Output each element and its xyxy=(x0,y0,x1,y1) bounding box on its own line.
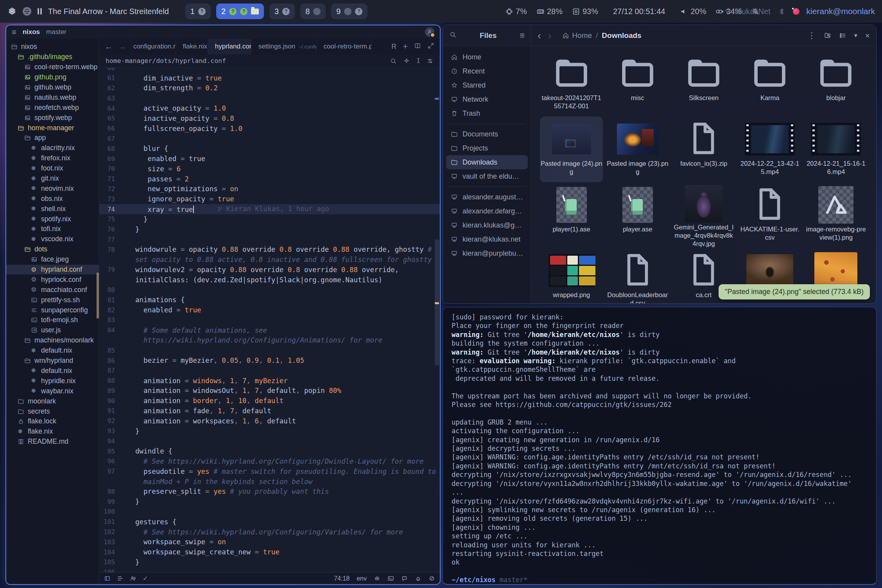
file-item-favicon-io-3-zip[interactable]: favicon_io(3).zip xyxy=(672,117,735,182)
file-item-pasted-image-23-png[interactable]: Pasted image (23).png xyxy=(606,117,669,182)
zoom-pane-icon[interactable] xyxy=(427,42,434,51)
tree-item-neofetch-webp[interactable]: neofetch.webp xyxy=(6,102,99,113)
hamburger-menu-icon[interactable]: ≡ xyxy=(520,30,525,41)
file-item-wrapped-png[interactable]: wrapped.png xyxy=(540,248,603,303)
workspace-button-9[interactable]: 9 xyxy=(331,4,368,19)
file-item-gemini-generated-image-4rqv8k4rqv8k4rqv-jpg[interactable]: Gemini_Generated_Image_4rqv8k4rqv8k4rqv.… xyxy=(672,182,735,248)
tree-item-readme-md[interactable]: README.md xyxy=(6,437,99,447)
tree-item-tofi-emoji-sh[interactable]: tofi-emoji.sh xyxy=(6,315,99,325)
workspace-button-3[interactable]: 3 xyxy=(269,4,295,19)
file-item-takeout-20241207t155714z-001[interactable]: takeout-20241207T155714Z-001 xyxy=(540,51,603,117)
file-item-silkscreen[interactable]: Silkscreen xyxy=(672,51,735,117)
terminal-window[interactable]: [sudo] password for kierank:Place your f… xyxy=(443,307,877,585)
tree-item-cool-retro-term-webp[interactable]: cool-retro-term.webp xyxy=(6,62,99,72)
forward-icon[interactable]: → xyxy=(118,42,126,51)
tree-item-hyprland-conf[interactable]: ⚙hyprland.conf xyxy=(6,265,99,275)
sidebar-item-downloads[interactable]: Downloads xyxy=(446,155,528,169)
breadcrumb-home[interactable]: Home xyxy=(562,31,592,40)
cursor-position[interactable]: 74:18 xyxy=(334,575,350,582)
tree-item-alacritty-nix[interactable]: ❅alacritty.nix xyxy=(6,143,99,153)
new-tab-button[interactable]: + xyxy=(403,41,408,52)
menu-icon[interactable]: ≡ xyxy=(12,28,16,37)
zed-titlebar[interactable]: ≡ nixos master xyxy=(6,25,440,39)
tree-item-neovim-nix[interactable]: ❅neovim.nix xyxy=(6,183,99,194)
tree-item--github-images[interactable]: .github/images xyxy=(6,52,99,62)
sidebar-item-documents[interactable]: Documents xyxy=(446,127,528,141)
tree-item-git-nix[interactable]: ❅git.nix xyxy=(6,174,99,184)
file-item-hackatime-1-user-csv[interactable]: HACKATIME-1-user.csv xyxy=(739,182,801,248)
new-tab-icon[interactable] xyxy=(824,32,831,39)
view-list-icon[interactable] xyxy=(839,32,846,39)
pause-icon[interactable] xyxy=(38,8,42,14)
close-icon[interactable]: × xyxy=(865,31,870,40)
workspace-button-2[interactable]: 2 xyxy=(216,4,264,19)
repl-button[interactable]: R xyxy=(391,43,396,51)
filter-icon[interactable] xyxy=(427,57,434,65)
media-title[interactable]: The Final Arrow - Marc Streitenfeld xyxy=(48,7,169,16)
tree-item-dots[interactable]: dots xyxy=(6,244,99,255)
sidebar-item-projects[interactable]: Projects xyxy=(446,141,528,155)
caret-down-icon[interactable]: ▾ xyxy=(854,32,857,39)
volume-indicator[interactable]: 20% xyxy=(680,7,706,16)
search-icon[interactable] xyxy=(390,57,397,65)
file-item-image-removebg-preview-1-png[interactable]: image-removebg-preview(1).png xyxy=(805,182,868,248)
tab-settings-json[interactable]: settings.json~/.config/zed xyxy=(251,39,317,54)
tree-item-shell-nix[interactable]: ❅shell.nix xyxy=(6,204,99,214)
tree-item-prettify-ss-sh[interactable]: prettify-ss.sh xyxy=(6,295,99,305)
tree-item-foot-nix[interactable]: ❅foot.nix xyxy=(6,163,99,174)
tree-item-default-nix[interactable]: ❅default.nix xyxy=(6,346,99,356)
tree-item-nautilus-webp[interactable]: nautilus.webp xyxy=(6,92,99,102)
project-panel[interactable]: nixos.github/imagescool-retro-term.webpg… xyxy=(6,39,99,584)
sidebar-item-recent[interactable]: Recent xyxy=(446,64,528,78)
tree-item-github-webp[interactable]: github.webp xyxy=(6,82,99,93)
tree-item-secrets[interactable]: secrets xyxy=(6,406,99,416)
workspace-button-1[interactable]: 1 xyxy=(185,4,211,19)
bluetooth-icon[interactable] xyxy=(778,7,786,16)
tree-item-firefox-nix[interactable]: ❅firefox.nix xyxy=(6,153,99,163)
sidebar-item-kieran-klukas-net[interactable]: kieran@klukas.net xyxy=(446,232,528,246)
tree-item-moonlark[interactable]: moonlark xyxy=(6,396,99,406)
diagnostics-check[interactable]: ✓ xyxy=(143,575,148,582)
file-item-2024-12-22-13-42-15-mp4[interactable]: 2024-12-22_13-42-15.mp4 xyxy=(739,117,801,182)
tree-item-machines-moonlark[interactable]: machines/moonlark xyxy=(6,335,99,346)
sidebar-item-alesander-august-[interactable]: alesander.august… xyxy=(446,190,528,204)
cursor-mode-icon[interactable]: I xyxy=(416,57,420,65)
sidebar-item-starred[interactable]: Starred xyxy=(446,78,528,92)
collab-icon[interactable] xyxy=(130,575,136,582)
tree-item-github-png[interactable]: github.png xyxy=(6,72,99,82)
file-item-player-ase[interactable]: player.ase xyxy=(606,182,669,248)
wifi-indicator[interactable]: KlukasNet xyxy=(724,7,770,16)
tray-app-icon[interactable] xyxy=(793,8,800,15)
sidebar-item-home[interactable]: Home xyxy=(446,50,528,64)
diagnostics-icon[interactable] xyxy=(428,575,435,582)
terminal-icon[interactable] xyxy=(387,575,394,582)
kebab-menu-icon[interactable]: ⋮ xyxy=(808,31,816,40)
file-item-blobjar[interactable]: blobjar xyxy=(805,51,868,117)
tree-item-waybar-nix[interactable]: ❅waybar.nix xyxy=(6,386,99,396)
file-item-karma[interactable]: Karma xyxy=(739,51,801,117)
project-name[interactable]: nixos xyxy=(23,28,40,36)
file-item-pasted-image-24-png[interactable]: Pasted image (24).png xyxy=(540,117,603,182)
file-item-player-1-ase[interactable]: player(1).ase xyxy=(540,182,603,248)
sidebar-item-vault-of-the-eldu-[interactable]: vault of the eldu… xyxy=(446,169,528,183)
breadcrumb[interactable]: home-manager/dots/hyprland.conf xyxy=(106,57,226,65)
breadcrumb-current[interactable]: Downloads xyxy=(602,31,641,40)
tree-item-vscode-nix[interactable]: ❅vscode.nix xyxy=(6,234,99,244)
file-item-doubloonleaderboard-csv[interactable]: DoubloonLeaderboard.csv xyxy=(606,248,669,303)
git-branch[interactable]: master xyxy=(46,28,66,36)
sidebar-item-kieran-klukas-g-[interactable]: kieran.klukas@g… xyxy=(446,218,528,232)
tree-item-default-nix[interactable]: ❅default.nix xyxy=(6,366,99,376)
code-editor[interactable]: 6061 dim_inactive = true62 dim_strength … xyxy=(99,68,440,572)
tree-item-sunpaperconfig[interactable]: sunpaperconfig xyxy=(6,305,99,315)
bell-icon[interactable] xyxy=(415,575,421,582)
tree-item-nixos[interactable]: nixos xyxy=(6,42,99,52)
tree-item-app[interactable]: app xyxy=(6,133,99,143)
file-item-2024-12-21-15-16-16-mp4[interactable]: 2024-12-21_15-16-16.mp4 xyxy=(805,117,868,182)
split-pane-icon[interactable] xyxy=(414,42,421,51)
forward-icon[interactable]: › xyxy=(548,30,552,41)
assistant-icon[interactable] xyxy=(401,575,408,582)
tab-configuration-nix[interactable]: configuration.nix xyxy=(132,39,176,54)
workspace-button-8[interactable]: 8 xyxy=(300,4,326,19)
tree-item-flake-nix[interactable]: ❅flake.nix xyxy=(6,427,99,437)
search-icon[interactable] xyxy=(449,31,457,40)
